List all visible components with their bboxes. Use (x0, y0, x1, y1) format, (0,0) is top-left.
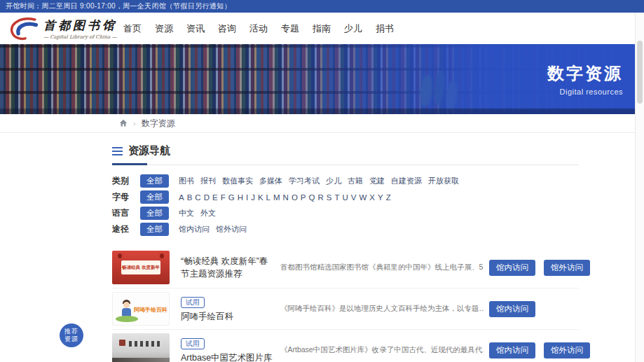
logo-subtitle: — Capital Library of China — (43, 34, 117, 40)
nav-item[interactable]: 指南 (313, 22, 331, 35)
filter-option-letter[interactable]: Q (309, 193, 315, 202)
in-library-access-button[interactable]: 馆内访问 (489, 260, 535, 276)
filter-option[interactable]: 外文 (200, 208, 216, 218)
resource-title[interactable]: “畅读经典 欢度新年”春节主题资源推荐 (181, 255, 273, 280)
in-library-access-button[interactable]: 馆内访问 (489, 301, 535, 317)
filter-option-letter[interactable]: J (251, 193, 255, 202)
filter-selected-chip[interactable]: 全部 (140, 223, 169, 236)
resource-list: 畅读经典 欢度新年 “畅读经典 欢度新年”春节主题资源推荐 首都图书馆精选国家图… (112, 247, 579, 362)
seal-logo-icon (119, 340, 125, 346)
nav-item[interactable]: 捐书 (376, 22, 394, 35)
filter-options: 中文外文 (179, 208, 216, 218)
home-icon[interactable] (119, 119, 128, 127)
filter-row-language: 语言 全部 中文外文 (112, 205, 579, 221)
breadcrumb-separator: › (133, 119, 136, 127)
filter-option-letter[interactable]: B (187, 193, 193, 202)
filter-row-category: 类别 全部 图书报刊数值事实多媒体学习考试少儿古籍党建自建资源开放获取 (112, 173, 579, 189)
filter-option-letter[interactable]: I (246, 193, 248, 202)
filter-option[interactable]: 多媒体 (259, 176, 282, 186)
scrollbar-thumb[interactable] (637, 41, 643, 104)
library-logo[interactable]: 首都图书馆 — Capital Library of China — (7, 16, 118, 41)
recommended-resources-float-button[interactable]: 推荐 资源 (60, 323, 83, 347)
filter-option[interactable]: 开放获取 (428, 176, 459, 186)
filter-option[interactable]: 报刊 (200, 176, 216, 186)
in-library-access-button[interactable]: 馆内访问 (489, 342, 535, 358)
resource-title[interactable]: 阿咘手绘百科 (181, 310, 273, 323)
filter-option-letter[interactable]: W (359, 193, 366, 202)
off-site-access-button[interactable]: 馆外访问 (544, 342, 590, 358)
filter-option-letter[interactable]: X (369, 193, 375, 202)
nav-item[interactable]: 活动 (249, 22, 268, 35)
filter-option-letter[interactable]: T (334, 193, 339, 202)
filter-option-letter[interactable]: R (317, 193, 323, 202)
filter-option[interactable]: 自建资源 (391, 176, 422, 186)
off-site-access-button[interactable]: 馆外访问 (544, 260, 590, 276)
filter-selected-chip[interactable]: 全部 (140, 174, 169, 188)
filter-option-letter[interactable]: U (342, 193, 348, 202)
filter-option-letter[interactable]: V (351, 193, 357, 202)
filter-option-letter[interactable]: M (273, 193, 280, 202)
filter-label: 途径 (112, 223, 133, 235)
logo-title: 首都图书馆 (43, 18, 117, 34)
banner-title: 数字资源 (547, 62, 623, 85)
filter-label: 字母 (112, 191, 133, 203)
nav-item[interactable]: 咨询 (218, 22, 236, 35)
filter-option[interactable]: 党建 (369, 176, 385, 186)
filter-options: 图书报刊数值事实多媒体学习考试少儿古籍党建自建资源开放获取 (179, 176, 459, 186)
filter-option[interactable]: 学习考试 (289, 176, 320, 186)
logo-text: 首都图书馆 — Capital Library of China — (43, 18, 117, 40)
filter-selected-chip[interactable]: 全部 (140, 190, 169, 204)
filter-option-letter[interactable]: N (283, 193, 289, 202)
resource-thumbnail[interactable]: 畅读经典 欢度新年 (112, 251, 170, 284)
filter-option-letter[interactable]: O (292, 193, 298, 202)
filter-option[interactable]: 少儿 (326, 176, 341, 186)
breadcrumb-current[interactable]: 数字资源 (142, 118, 175, 130)
resource-thumbnail[interactable] (112, 333, 170, 362)
site-header: 首都图书馆 — Capital Library of China — 首页资源资… (0, 13, 644, 44)
filter-option-letter[interactable]: H (238, 193, 243, 202)
filter-selected-chip[interactable]: 全部 (140, 207, 169, 220)
filter-option[interactable]: 图书 (179, 176, 194, 186)
nav-item[interactable]: 少儿 (344, 22, 362, 35)
filter-option-letter[interactable]: S (327, 193, 332, 202)
list-icon (112, 147, 123, 155)
resource-row: 试用 Artbase中国艺术图片库 《Artbase中国艺术图片库》收录了中国古… (112, 330, 579, 362)
filter-option-letter[interactable]: P (301, 193, 306, 202)
opening-hours-text: 开馆时间：周二至周日 9:00-17:00，周一全天闭馆（节假日另行通知） (6, 2, 231, 10)
thumbnail-text: 阿咘手绘百科 (134, 306, 167, 314)
filter-option[interactable]: 古籍 (348, 176, 363, 186)
filter-option[interactable]: 中文 (179, 208, 194, 218)
logo-swoosh-icon (7, 16, 39, 41)
breadcrumb: › 数字资源 (0, 114, 644, 133)
section-heading-text: 资源导航 (128, 144, 170, 158)
resource-title-col: “畅读经典 欢度新年”春节主题资源推荐 (181, 255, 273, 280)
filter-option-letter[interactable]: G (228, 193, 235, 202)
scrollbar-track[interactable] (635, 13, 644, 362)
nav-item[interactable]: 专题 (281, 22, 299, 35)
banner-subtitle: Digital resources (547, 88, 623, 96)
filter-option-letter[interactable]: A (179, 193, 184, 202)
nav-item[interactable]: 资源 (155, 22, 173, 35)
filter-option-letter[interactable]: C (195, 193, 200, 202)
resource-thumbnail[interactable]: 阿咘手绘百科 (112, 292, 170, 326)
filter-panel: 类别 全部 图书报刊数值事实多媒体学习考试少儿古籍党建自建资源开放获取 字母 全… (112, 173, 579, 237)
filter-label: 类别 (112, 175, 133, 187)
nav-item[interactable]: 首页 (123, 22, 142, 35)
filter-option[interactable]: 馆外访问 (216, 224, 247, 235)
filter-option-letter[interactable]: F (221, 193, 226, 202)
trial-badge: 试用 (181, 338, 205, 349)
resource-row: 阿咘手绘百科 试用 阿咘手绘百科 《阿咘手绘百科》是以地理历史人文百科手绘为主体… (112, 288, 579, 330)
filter-option[interactable]: 数值事实 (222, 176, 253, 186)
resource-title[interactable]: Artbase中国艺术图片库 (181, 351, 273, 362)
filter-option-letter[interactable]: E (212, 193, 218, 202)
nav-item[interactable]: 资讯 (186, 22, 205, 35)
filter-option-letter[interactable]: Z (386, 193, 391, 202)
filter-option-letter[interactable]: Y (378, 193, 383, 202)
filter-option-letter[interactable]: L (266, 193, 270, 202)
filter-option-letter[interactable]: D (204, 193, 210, 202)
main-nav: 首页资源资讯咨询活动专题指南少儿捐书 (123, 22, 394, 35)
filter-option[interactable]: 馆内访问 (179, 224, 210, 235)
resource-actions: 馆内访问 馆外访问 (489, 342, 579, 358)
filter-option-letter[interactable]: K (258, 193, 263, 202)
opening-hours-bar: 开馆时间：周二至周日 9:00-17:00，周一全天闭馆（节假日另行通知） (0, 0, 644, 13)
